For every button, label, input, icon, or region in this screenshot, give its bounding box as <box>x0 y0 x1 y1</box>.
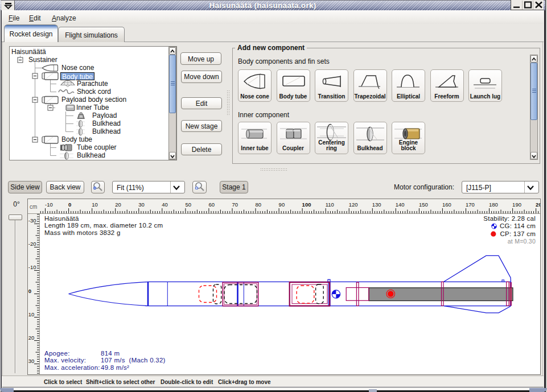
svg-text:30: 30 <box>28 358 35 364</box>
svg-text:110: 110 <box>326 201 334 208</box>
svg-text:20: 20 <box>28 335 35 341</box>
svg-text:-10: -10 <box>28 264 36 270</box>
svg-text:120: 120 <box>349 201 358 208</box>
svg-text:200: 200 <box>536 201 540 208</box>
svg-text:130: 130 <box>372 201 381 208</box>
svg-text:170: 170 <box>466 201 475 208</box>
svg-text:60: 60 <box>208 201 215 208</box>
svg-text:Max. acceleration:: Max. acceleration: <box>44 364 100 371</box>
svg-text:50: 50 <box>185 201 191 208</box>
svg-text:107 m/s (Mach 0.32): 107 m/s (Mach 0.32) <box>101 357 166 364</box>
svg-text:0: 0 <box>68 201 71 208</box>
svg-text:140: 140 <box>396 201 405 208</box>
svg-text:Apogee:: Apogee: <box>44 350 70 357</box>
svg-text:20: 20 <box>115 201 121 208</box>
svg-text:49.8 m/s²: 49.8 m/s² <box>101 364 129 371</box>
svg-text:80: 80 <box>256 201 262 208</box>
svg-text:cm: cm <box>30 204 37 210</box>
svg-text:70: 70 <box>232 201 238 208</box>
svg-text:190: 190 <box>512 201 521 208</box>
svg-text:180: 180 <box>489 201 498 208</box>
svg-text:814 m: 814 m <box>101 350 120 357</box>
svg-text:Mass with motors 3832 g: Mass with motors 3832 g <box>44 229 121 236</box>
svg-text:-30: -30 <box>28 217 36 224</box>
svg-text:CP: 137 cm: CP: 137 cm <box>500 230 536 237</box>
svg-text:Length 189 cm, max. diameter 1: Length 189 cm, max. diameter 10.2 cm <box>44 222 163 229</box>
svg-text:150: 150 <box>419 201 428 208</box>
svg-text:at M=0.30: at M=0.30 <box>508 238 536 245</box>
svg-text:30: 30 <box>138 201 145 208</box>
svg-text:CG: 114 cm: CG: 114 cm <box>500 222 536 229</box>
svg-text:Haisunäätä: Haisunäätä <box>44 215 79 222</box>
svg-text:Max. velocity:: Max. velocity: <box>44 357 86 364</box>
svg-text:100: 100 <box>302 201 311 208</box>
svg-text:90: 90 <box>279 201 285 208</box>
svg-text:160: 160 <box>442 201 451 208</box>
svg-text:40: 40 <box>162 201 168 208</box>
svg-text:10: 10 <box>28 311 35 317</box>
svg-text:-20: -20 <box>28 241 36 247</box>
svg-text:Stability: 2.28 cal: Stability: 2.28 cal <box>483 215 536 222</box>
svg-text:10: 10 <box>92 201 98 208</box>
svg-text:-10: -10 <box>45 201 53 208</box>
svg-text:0: 0 <box>28 288 31 294</box>
